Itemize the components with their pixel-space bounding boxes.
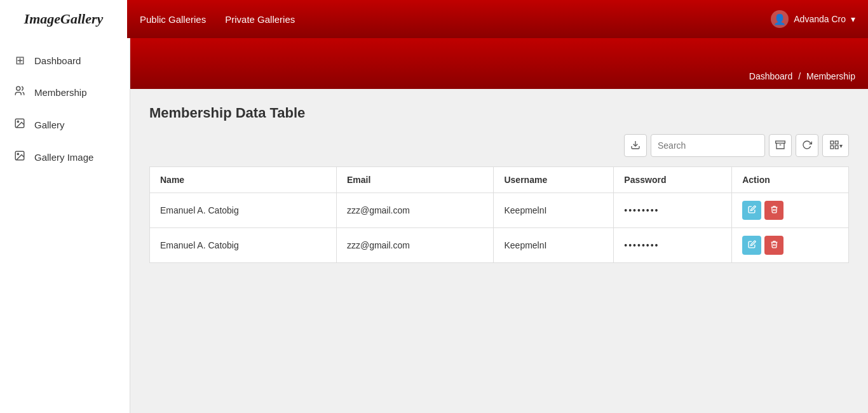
edit-button-1[interactable] [742,201,761,220]
breadcrumb: Dashboard / Membership [749,71,855,81]
col-password: Password [614,167,732,193]
sidebar-label-membership: Membership [34,87,87,98]
breadcrumb-dashboard[interactable]: Dashboard [749,71,793,81]
edit-icon-2 [748,240,756,250]
cell-name-1: Emanuel A. Catobig [150,193,337,228]
table-toolbar: ▾ [149,134,849,157]
user-menu[interactable]: 👤 Advanda Cro ▾ [771,10,855,28]
brand-logo: ImageGallery [0,0,127,38]
col-name: Name [150,167,337,193]
sidebar-item-membership[interactable]: Membership [0,76,130,109]
nav-private-galleries[interactable]: Private Galleries [225,14,295,25]
cell-username-2: KeepmelnI [494,228,614,263]
sidebar-label-gallery-image: Gallery Image [34,152,93,163]
refresh-button[interactable] [796,134,818,157]
nav-links: Public Galleries Private Galleries [140,14,295,25]
gallery-image-icon [13,150,27,165]
sidebar-label-dashboard: Dashboard [34,55,81,66]
search-input[interactable] [651,134,765,157]
svg-point-2 [17,121,18,122]
table-row: Emanuel A. Catobig zzz@gmail.com Keepmel… [150,193,849,228]
page-content: Membership Data Table [130,89,868,413]
content-area: Dashboard / Membership Membership Data T… [130,38,868,413]
sidebar-item-gallery-image[interactable]: Gallery Image [0,141,130,173]
membership-icon [13,85,27,100]
import-icon [630,140,641,152]
password-dots-2: •••••••• [624,240,659,250]
action-buttons-2 [742,236,838,255]
password-dots-1: •••••••• [624,205,659,215]
svg-rect-6 [776,141,785,143]
cell-password-2: •••••••• [614,228,732,263]
delete-icon-2 [770,240,778,250]
main-layout: ⊞ Dashboard Membership Gallery [0,38,868,413]
breadcrumb-membership[interactable]: Membership [806,71,855,81]
edit-icon-1 [748,205,756,215]
cell-action-2 [732,228,849,263]
svg-rect-11 [831,146,834,149]
membership-table: Name Email Username Password Action Eman… [149,166,849,263]
archive-button[interactable] [769,134,792,157]
columns-button[interactable]: ▾ [822,134,849,157]
delete-icon-1 [770,205,778,215]
import-button[interactable] [624,134,647,157]
svg-rect-9 [835,141,838,144]
edit-button-2[interactable] [742,236,761,255]
col-action: Action [732,167,849,193]
nav-public-galleries[interactable]: Public Galleries [140,14,206,25]
refresh-icon [802,140,812,152]
svg-rect-8 [831,141,834,144]
action-buttons-1 [742,201,838,220]
table-row: Emanuel A. Catobig zzz@gmail.com Keepmel… [150,228,849,263]
col-email: Email [336,167,494,193]
table-header-row: Name Email Username Password Action [150,167,849,193]
user-name: Advanda Cro [794,14,846,24]
page-title: Membership Data Table [149,105,849,121]
cell-username-1: KeepmelnI [494,193,614,228]
navbar: ImageGallery Public Galleries Private Ga… [0,0,868,38]
cell-name-2: Emanuel A. Catobig [150,228,337,263]
sidebar: ⊞ Dashboard Membership Gallery [0,38,130,413]
gallery-icon [13,118,27,132]
breadcrumb-bar: Dashboard / Membership [130,38,868,89]
cell-password-1: •••••••• [614,193,732,228]
user-avatar-icon: 👤 [771,10,789,28]
cell-email-1: zzz@gmail.com [336,193,494,228]
dashboard-icon: ⊞ [13,53,27,67]
svg-rect-10 [835,146,838,149]
delete-button-2[interactable] [764,236,783,255]
col-username: Username [494,167,614,193]
columns-dropdown-icon: ▾ [839,142,843,149]
sidebar-label-gallery: Gallery [34,119,65,130]
svg-point-4 [17,153,18,154]
brand-text: ImageGallery [24,11,104,27]
cell-action-1 [732,193,849,228]
archive-icon [775,140,785,152]
sidebar-item-dashboard[interactable]: ⊞ Dashboard [0,44,130,76]
svg-point-0 [17,86,20,90]
breadcrumb-separator: / [798,71,801,81]
columns-icon [829,140,839,152]
delete-button-1[interactable] [764,201,783,220]
dropdown-chevron-icon: ▾ [851,14,855,24]
cell-email-2: zzz@gmail.com [336,228,494,263]
sidebar-item-gallery[interactable]: Gallery [0,109,130,141]
